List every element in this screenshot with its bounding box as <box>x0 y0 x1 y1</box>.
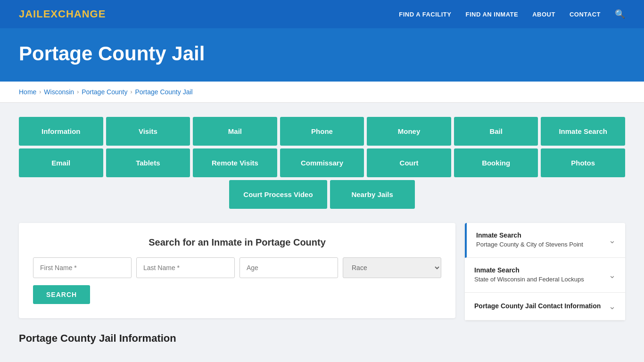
btn-commissary[interactable]: Commissary <box>280 148 364 177</box>
search-icon[interactable]: 🔍 <box>615 9 625 19</box>
chevron-down-icon-3: ⌄ <box>609 301 616 312</box>
breadcrumb-sep-3: › <box>130 89 132 95</box>
btn-photos[interactable]: Photos <box>541 148 625 177</box>
last-name-input[interactable] <box>136 257 235 278</box>
nav-contact[interactable]: CONTACT <box>570 11 601 18</box>
sidebar-item-text-1: Inmate Search Portage County & City of S… <box>476 231 583 249</box>
nav-find-facility[interactable]: FIND A FACILITY <box>399 11 451 18</box>
btn-bail[interactable]: Bail <box>454 117 538 146</box>
breadcrumb-portage-county-jail[interactable]: Portage County Jail <box>135 88 192 96</box>
btn-tablets[interactable]: Tablets <box>106 148 190 177</box>
btn-phone[interactable]: Phone <box>280 117 364 146</box>
header: JAILEXCHANGE FIND A FACILITY FIND AN INM… <box>0 0 644 28</box>
info-title: Portage County Jail Information <box>19 332 455 345</box>
nav-about[interactable]: ABOUT <box>532 11 555 18</box>
btn-nearby-jails[interactable]: Nearby Jails <box>330 180 415 209</box>
btn-information[interactable]: Information <box>19 117 103 146</box>
search-title: Search for an Inmate in Portage County <box>33 237 441 248</box>
race-select[interactable]: Race White Black Hispanic Asian Other <box>343 257 441 278</box>
breadcrumb: Home › Wisconsin › Portage County › Port… <box>0 82 644 103</box>
sidebar-item-title-1: Inmate Search <box>476 231 583 239</box>
button-row-2: Email Tablets Remote Visits Commissary C… <box>19 148 625 177</box>
breadcrumb-home[interactable]: Home <box>19 88 36 96</box>
first-name-input[interactable] <box>33 257 132 278</box>
btn-inmate-search[interactable]: Inmate Search <box>541 117 625 146</box>
btn-booking[interactable]: Booking <box>454 148 538 177</box>
sidebar-item-text-2: Inmate Search State of Wisconsin and Fed… <box>474 266 584 284</box>
sidebar-item-text-3: Portage County Jail Contact Information <box>474 302 601 311</box>
sidebar-item-inmate-search-portage[interactable]: Inmate Search Portage County & City of S… <box>465 223 625 258</box>
bottom-section: Search for an Inmate in Portage County R… <box>19 223 625 345</box>
btn-money[interactable]: Money <box>367 117 451 146</box>
hero-section: Portage County Jail <box>0 28 644 82</box>
button-row-1: Information Visits Mail Phone Money Bail… <box>19 117 625 146</box>
page-title: Portage County Jail <box>19 42 625 65</box>
btn-mail[interactable]: Mail <box>193 117 277 146</box>
search-card: Search for an Inmate in Portage County R… <box>19 223 455 318</box>
breadcrumb-sep-1: › <box>39 89 41 95</box>
age-input[interactable] <box>239 257 338 278</box>
sidebar-item-title-2: Inmate Search <box>474 266 584 274</box>
logo-jail: JAIL <box>19 8 43 20</box>
sidebar-item-title-3: Portage County Jail Contact Information <box>474 302 601 310</box>
btn-court-process-video[interactable]: Court Process Video <box>229 180 327 209</box>
button-row-3: Court Process Video Nearby Jails <box>19 180 625 209</box>
sidebar-item-subtitle-1: Portage County & City of Stevens Point <box>476 240 583 249</box>
logo-exchange: EXCHANGE <box>43 8 106 20</box>
search-inputs: Race White Black Hispanic Asian Other <box>33 257 441 278</box>
main-area: Information Visits Mail Phone Money Bail… <box>0 103 644 359</box>
info-section: Portage County Jail Information <box>19 328 455 345</box>
sidebar-card: Inmate Search Portage County & City of S… <box>465 223 625 321</box>
btn-email[interactable]: Email <box>19 148 103 177</box>
sidebar-item-subtitle-2: State of Wisconsin and Federal Lockups <box>474 275 584 284</box>
breadcrumb-portage-county[interactable]: Portage County <box>82 88 127 96</box>
sidebar-item-contact-info[interactable]: Portage County Jail Contact Information … <box>465 293 625 321</box>
breadcrumb-sep-2: › <box>77 89 79 95</box>
sidebar-item-inmate-search-wisconsin[interactable]: Inmate Search State of Wisconsin and Fed… <box>465 258 625 293</box>
chevron-down-icon-1: ⌄ <box>609 235 616 246</box>
left-column: Search for an Inmate in Portage County R… <box>19 223 455 345</box>
logo[interactable]: JAILEXCHANGE <box>19 8 106 20</box>
nav-find-inmate[interactable]: FIND AN INMATE <box>465 11 518 18</box>
sidebar: Inmate Search Portage County & City of S… <box>465 223 625 321</box>
btn-remote-visits[interactable]: Remote Visits <box>193 148 277 177</box>
search-button[interactable]: SEARCH <box>33 285 90 304</box>
chevron-down-icon-2: ⌄ <box>609 270 616 280</box>
btn-visits[interactable]: Visits <box>106 117 190 146</box>
btn-court[interactable]: Court <box>367 148 451 177</box>
breadcrumb-wisconsin[interactable]: Wisconsin <box>44 88 74 96</box>
main-nav: FIND A FACILITY FIND AN INMATE ABOUT CON… <box>399 9 625 19</box>
